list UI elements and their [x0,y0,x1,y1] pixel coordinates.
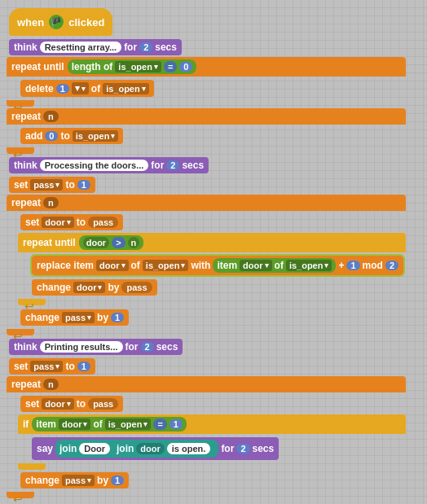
replace-item-block[interactable]: replace item door of is_open with item d… [29,254,406,277]
think-resetting-block[interactable]: think Resetting array... for 2 secs [7,37,406,57]
change-pass-1-block[interactable]: change pass by 1 [18,308,406,327]
when-label: when [17,16,44,28]
hat-block[interactable]: when 🏴 clicked [7,7,406,37]
set-pass-2-block[interactable]: set pass to 1 [7,357,406,376]
set-pass-1-block[interactable]: set pass to 1 [7,175,406,195]
repeat-until-door-block[interactable]: repeat until door > n replace item door … [18,233,406,307]
change-door-block[interactable]: change door by pass [29,278,406,297]
if-block[interactable]: if item door of is_open = 1 say [18,414,406,470]
think-printing-block[interactable]: think Printing results... for 2 secs [7,337,406,357]
add-block[interactable]: add 0 to is_open [18,126,406,146]
repeat-n-1-block[interactable]: repeat n add 0 to is_open ↩ [7,108,406,156]
set-door-pass2-block[interactable]: set door to pass [18,394,406,414]
change-pass-2-block[interactable]: change pass by 1 [18,471,406,490]
think-processing-block[interactable]: think Processing the doors... for 2 secs [7,156,406,175]
say-block[interactable]: say join Door join door is open. for [29,436,406,462]
repeat-n-3-block[interactable]: repeat n set door to pass if item d [7,376,406,500]
repeat-until-length-block[interactable]: repeat until length of is_open = 0 delet… [7,57,406,108]
clicked-label: clicked [68,16,104,28]
delete-block[interactable]: delete 1 ▾ of is_open [18,78,406,99]
set-door-pass-block[interactable]: set door to pass [18,213,406,232]
repeat-n-2-block[interactable]: repeat n set door to pass repeat until d… [7,195,406,337]
green-flag-icon: 🏴 [49,15,64,29]
